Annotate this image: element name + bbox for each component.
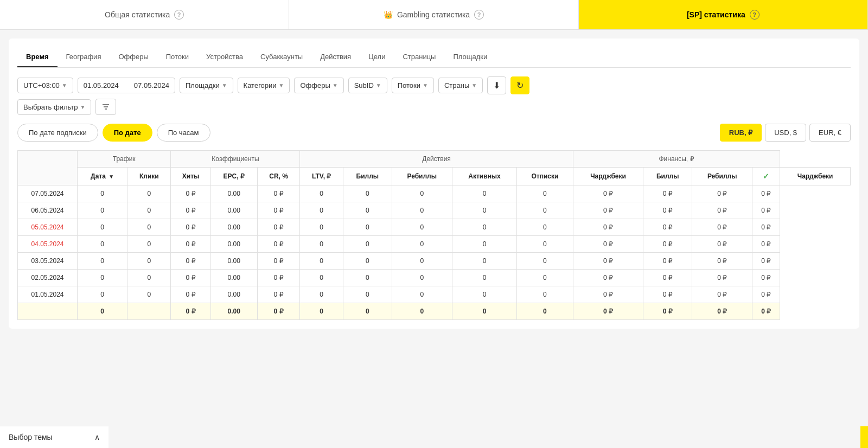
- tab-gambling[interactable]: 👑 Gambling статистика ?: [289, 0, 578, 29]
- help-icon-sp[interactable]: ?: [750, 10, 760, 20]
- table-row: 05.05.2024 0 0 0 ₽ 0.00 0 ₽ 0 0 0 0 0 0 …: [18, 219, 851, 236]
- cell-chargebacks-fin: 0 ₽: [752, 236, 780, 253]
- cell-active: 0: [392, 270, 452, 286]
- sub-tab-offers[interactable]: Офферы: [110, 47, 157, 67]
- view-buttons-row: По дате подписки По дате По часам RUB, ₽…: [17, 124, 851, 142]
- cell-clicks: 0: [78, 270, 127, 286]
- totals-cr: 0.00: [210, 303, 257, 320]
- cell-unsubs: 0: [452, 253, 516, 270]
- cell-rebills: 0: [343, 219, 392, 236]
- cell-approved: 0 ₽: [692, 185, 752, 202]
- currency-buttons-group: RUB, ₽ USD, $ EUR, €: [720, 124, 851, 142]
- sub-tab-actions[interactable]: Действия: [311, 47, 360, 67]
- help-icon-general[interactable]: ?: [174, 10, 184, 20]
- cell-hits: 0: [127, 236, 171, 253]
- view-by-date-button[interactable]: По дате: [103, 124, 152, 142]
- cell-bills: 0: [300, 286, 343, 303]
- cell-chargebacks-fin: 0 ₽: [752, 185, 780, 202]
- cell-active: 0: [392, 286, 452, 303]
- cell-ltv: 0 ₽: [257, 253, 299, 270]
- subid-select[interactable]: SubID ▼: [348, 78, 387, 93]
- tab-sp-label: [SP] статистика: [687, 10, 745, 19]
- cell-rebills: 0: [343, 185, 392, 202]
- subid-value: SubID: [354, 81, 374, 89]
- sub-tab-platforms[interactable]: Площадки: [444, 47, 496, 67]
- cell-bills: 0: [300, 253, 343, 270]
- totals-unsubs: 0: [452, 303, 516, 320]
- refresh-button[interactable]: ↻: [510, 76, 529, 94]
- timezone-value: UTC+03:00: [23, 81, 60, 89]
- totals-bills-fin: 0 ₽: [573, 303, 643, 320]
- sub-tab-flows[interactable]: Потоки: [157, 47, 197, 67]
- filter-icon-button[interactable]: [95, 99, 116, 115]
- timezone-arrow: ▼: [62, 82, 67, 88]
- sub-tab-geo[interactable]: География: [58, 47, 110, 67]
- help-icon-gambling[interactable]: ?: [474, 10, 484, 20]
- table-body: 07.05.2024 0 0 0 ₽ 0.00 0 ₽ 0 0 0 0 0 0 …: [18, 185, 851, 303]
- cell-unsubs: 0: [452, 202, 516, 219]
- currency-usd-button[interactable]: USD, $: [765, 124, 806, 142]
- cell-date: 01.05.2024: [18, 286, 78, 303]
- categories-select[interactable]: Категории ▼: [238, 78, 290, 93]
- cell-epc: 0 ₽: [171, 219, 210, 236]
- sub-tab-pages[interactable]: Страницы: [394, 47, 444, 67]
- cell-rebills: 0: [343, 202, 392, 219]
- tab-sp[interactable]: [SP] статистика ?: [579, 0, 868, 29]
- cell-epc: 0 ₽: [171, 270, 210, 286]
- offers-select[interactable]: Офферы ▼: [294, 78, 343, 93]
- cell-rebills-fin: 0 ₽: [643, 286, 692, 303]
- col-epc: EPC, ₽: [210, 168, 257, 185]
- tab-general[interactable]: Общая статистика ?: [0, 0, 289, 29]
- custom-filter-select[interactable]: Выбрать фильтр ▼: [17, 99, 91, 115]
- cell-bills-fin: 0 ₽: [573, 219, 643, 236]
- cell-unsubs: 0: [452, 219, 516, 236]
- sub-tab-subaccounts[interactable]: Субаккаунты: [252, 47, 311, 67]
- cell-rebills-fin: 0 ₽: [643, 236, 692, 253]
- cell-ltv: 0 ₽: [257, 185, 299, 202]
- flows-value: Потоки: [398, 81, 420, 89]
- cell-active: 0: [392, 185, 452, 202]
- sub-tab-goals[interactable]: Цели: [360, 47, 394, 67]
- col-date[interactable]: Дата ▼: [78, 168, 127, 185]
- cell-cr: 0.00: [210, 202, 257, 219]
- cell-cr: 0.00: [210, 236, 257, 253]
- col-clicks: Клики: [127, 168, 171, 185]
- countries-arrow: ▼: [471, 82, 477, 88]
- cell-date: 05.05.2024: [18, 219, 78, 236]
- cell-active: 0: [392, 202, 452, 219]
- flows-select[interactable]: Потоки ▼: [392, 78, 434, 93]
- platforms-arrow: ▼: [222, 82, 227, 88]
- cell-date: 02.05.2024: [18, 270, 78, 286]
- totals-clicks: 0: [78, 303, 127, 320]
- view-by-subscription-button[interactable]: По дате подписки: [17, 124, 98, 142]
- cell-chargebacks: 0: [517, 286, 573, 303]
- date-range-picker[interactable]: 01.05.2024 07.05.2024: [78, 78, 175, 93]
- sub-tab-time[interactable]: Время: [17, 47, 58, 67]
- timezone-select[interactable]: UTC+03:00 ▼: [17, 78, 73, 93]
- view-by-hour-button[interactable]: По часам: [157, 124, 210, 142]
- cell-chargebacks-fin: 0 ₽: [752, 270, 780, 286]
- cell-clicks: 0: [78, 185, 127, 202]
- cell-date: 03.05.2024: [18, 253, 78, 270]
- offers-value: Офферы: [300, 81, 330, 89]
- offers-arrow: ▼: [333, 82, 338, 88]
- cell-approved: 0 ₽: [692, 219, 752, 236]
- col-bills-fin: Биллы: [643, 168, 692, 185]
- table-row: 01.05.2024 0 0 0 ₽ 0.00 0 ₽ 0 0 0 0 0 0 …: [18, 286, 851, 303]
- cell-date: 07.05.2024: [18, 185, 78, 202]
- currency-eur-button[interactable]: EUR, €: [809, 124, 851, 142]
- countries-select[interactable]: Страны ▼: [438, 78, 483, 93]
- cell-hits: 0: [127, 270, 171, 286]
- tab-general-label: Общая статистика: [105, 10, 170, 19]
- cell-chargebacks-fin: 0 ₽: [752, 253, 780, 270]
- download-button[interactable]: ⬇: [487, 76, 506, 94]
- cell-hits: 0: [127, 185, 171, 202]
- platforms-select[interactable]: Площадки ▼: [180, 78, 233, 93]
- cell-bills-fin: 0 ₽: [573, 185, 643, 202]
- cell-approved: 0 ₽: [692, 202, 752, 219]
- cell-ltv: 0 ₽: [257, 286, 299, 303]
- sub-tab-devices[interactable]: Устройства: [197, 47, 252, 67]
- cell-rebills-fin: 0 ₽: [643, 202, 692, 219]
- top-tabs-container: Общая статистика ? 👑 Gambling статистика…: [0, 0, 868, 30]
- currency-rub-button[interactable]: RUB, ₽: [720, 124, 762, 142]
